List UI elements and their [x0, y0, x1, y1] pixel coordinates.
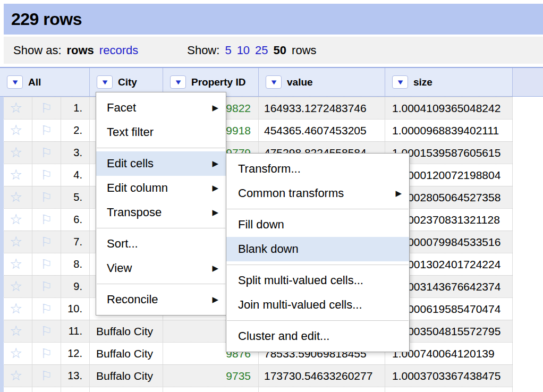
row-flag-button[interactable]: ⚐ [32, 97, 61, 119]
row-star-button[interactable]: ☆ [0, 387, 32, 392]
flag-icon[interactable]: ⚐ [40, 347, 52, 360]
property-id-column-dropdown-button[interactable]: ▼ [170, 75, 186, 89]
flag-icon[interactable]: ⚐ [40, 258, 52, 271]
row-star-button[interactable]: ☆ [0, 320, 32, 342]
flag-icon[interactable]: ⚐ [40, 369, 52, 382]
menu-item-facet[interactable]: Facet▶ [96, 96, 226, 120]
cell-value[interactable]: 173730.54633260277 [259, 365, 385, 387]
menu-item-text-filter[interactable]: Text filter [96, 120, 226, 144]
menu-item-reconcile[interactable]: Reconcile▶ [96, 287, 226, 312]
row-flag-button[interactable]: ⚐ [32, 387, 61, 392]
flag-icon[interactable]: ⚐ [40, 191, 52, 204]
row-flag-button[interactable]: ⚐ [32, 209, 61, 231]
all-column-dropdown-button[interactable]: ▼ [7, 75, 23, 89]
row-flag-button[interactable]: ⚐ [32, 365, 61, 387]
star-icon[interactable]: ☆ [10, 346, 22, 361]
cell-value[interactable] [259, 387, 385, 392]
menu-item-split-multi-valued-cells[interactable]: Split multi-valued cells... [226, 268, 409, 293]
row-star-button[interactable]: ☆ [0, 120, 32, 141]
row-star-button[interactable]: ☆ [0, 186, 32, 208]
flag-icon[interactable]: ⚐ [40, 302, 52, 316]
menu-separator [97, 228, 225, 228]
menu-item-view[interactable]: View▶ [96, 256, 226, 280]
row-star-button[interactable]: ☆ [0, 209, 32, 231]
row-star-button[interactable]: ☆ [0, 343, 32, 364]
page-size-10-link[interactable]: 10 [237, 44, 250, 57]
column-header-blank [513, 68, 543, 96]
flag-icon[interactable]: ⚐ [40, 235, 52, 249]
flag-icon[interactable]: ⚐ [40, 325, 52, 338]
menu-item-sort[interactable]: Sort... [96, 232, 226, 256]
row-flag-button[interactable]: ⚐ [32, 164, 61, 186]
row-star-button[interactable]: ☆ [0, 276, 32, 297]
cell-size[interactable]: 1.0004109365048242 [385, 97, 513, 119]
show-as-records-link[interactable]: records [99, 44, 138, 57]
star-icon[interactable]: ☆ [10, 190, 22, 204]
flag-icon[interactable]: ⚐ [40, 168, 52, 182]
menu-item-fill-down[interactable]: Fill down [226, 212, 409, 237]
flag-icon[interactable]: ⚐ [40, 101, 52, 115]
cell-city[interactable]: Buffalo City [90, 320, 163, 342]
city-column-label: City [118, 76, 137, 88]
row-flag-button[interactable]: ⚐ [32, 142, 61, 164]
row-flag-button[interactable]: ⚐ [32, 231, 61, 253]
star-icon[interactable]: ☆ [10, 235, 22, 249]
menu-item-edit-column[interactable]: Edit column▶ [96, 176, 226, 200]
star-icon[interactable]: ☆ [10, 302, 22, 316]
menu-item-common-transforms[interactable]: Common transforms▶ [226, 181, 409, 206]
star-icon[interactable]: ☆ [10, 369, 22, 383]
view-options-bar: Show as: rows records Show: 5 10 25 50 r… [4, 37, 543, 64]
submenu-arrow-icon: ▶ [212, 96, 218, 120]
row-star-button[interactable]: ☆ [0, 231, 32, 253]
row-flag-button[interactable]: ⚐ [32, 298, 61, 320]
menu-item-transpose[interactable]: Transpose▶ [96, 200, 226, 225]
cell-property-id[interactable]: 9735 [163, 365, 259, 387]
star-icon[interactable]: ☆ [10, 168, 22, 182]
cell-city[interactable]: Buffalo City [90, 387, 163, 392]
menu-item-blank-down[interactable]: Blank down [226, 237, 409, 261]
row-flag-button[interactable]: ⚐ [32, 343, 61, 364]
cell-size[interactable]: 1.0000968839402111 [385, 120, 513, 141]
row-flag-button[interactable]: ⚐ [32, 186, 61, 208]
row-star-button[interactable]: ☆ [0, 253, 32, 275]
row-star-button[interactable]: ☆ [0, 164, 32, 186]
star-icon[interactable]: ☆ [10, 324, 22, 338]
star-icon[interactable]: ☆ [10, 101, 22, 115]
star-icon[interactable]: ☆ [10, 279, 22, 294]
row-index: 9. [61, 276, 90, 297]
cell-city[interactable]: Buffalo City [90, 343, 163, 364]
row-star-button[interactable]: ☆ [0, 142, 32, 164]
row-flag-button[interactable]: ⚐ [32, 320, 61, 342]
menu-item-join-multi-valued-cells[interactable]: Join multi-valued cells... [226, 293, 409, 317]
value-column-dropdown-button[interactable]: ▼ [266, 75, 282, 89]
star-icon[interactable]: ☆ [10, 146, 22, 160]
city-column-dropdown-button[interactable]: ▼ [97, 75, 113, 89]
row-star-button[interactable]: ☆ [0, 298, 32, 320]
row-flag-button[interactable]: ⚐ [32, 120, 61, 141]
flag-icon[interactable]: ⚐ [40, 280, 52, 293]
row-star-button[interactable]: ☆ [0, 365, 32, 387]
cell-size[interactable]: 1.0003703367438475 [385, 365, 513, 387]
cell-city[interactable]: Buffalo City [90, 365, 163, 387]
cell-value[interactable]: 164933.1272483746 [259, 97, 385, 119]
cell-size[interactable] [385, 387, 513, 392]
star-icon[interactable]: ☆ [10, 257, 22, 271]
page-size-25-link[interactable]: 25 [255, 44, 268, 57]
star-icon[interactable]: ☆ [10, 123, 22, 138]
show-as-label: Show as: [13, 44, 62, 57]
page-size-5-link[interactable]: 5 [225, 44, 231, 57]
menu-item-transform[interactable]: Transform... [226, 157, 409, 181]
flag-icon[interactable]: ⚐ [40, 124, 52, 137]
cell-property-id[interactable] [163, 387, 259, 392]
cell-value[interactable]: 454365.4607453205 [259, 120, 385, 141]
row-star-button[interactable]: ☆ [0, 97, 32, 119]
flag-icon[interactable]: ⚐ [40, 213, 52, 226]
star-icon[interactable]: ☆ [10, 212, 22, 227]
menu-item-cluster-and-edit[interactable]: Cluster and edit... [226, 324, 409, 348]
row-flag-button[interactable]: ⚐ [32, 253, 61, 275]
row-flag-button[interactable]: ⚐ [32, 276, 61, 297]
menu-item-edit-cells[interactable]: Edit cells▶ [96, 151, 226, 176]
flag-icon[interactable]: ⚐ [40, 146, 52, 159]
size-column-dropdown-button[interactable]: ▼ [392, 75, 408, 89]
column-header-size: ▼ size [385, 68, 513, 96]
